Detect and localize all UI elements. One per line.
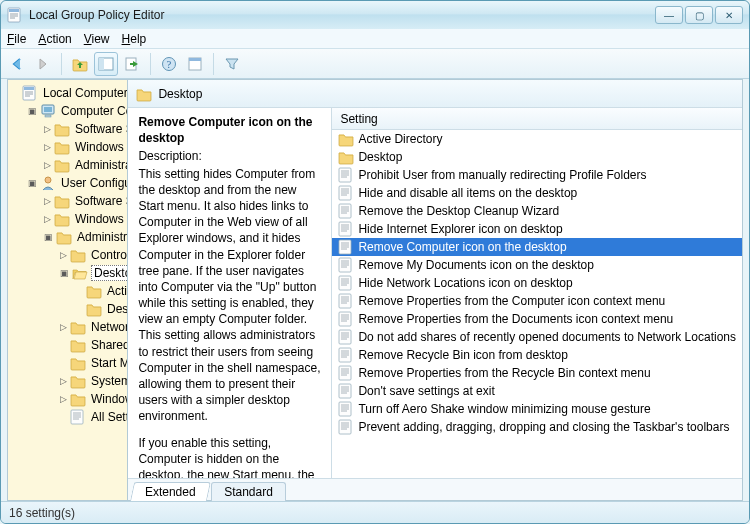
tree-uc-windows[interactable]: ▷Windows Settings xyxy=(42,210,125,228)
menu-action[interactable]: Action xyxy=(38,32,71,46)
menu-help[interactable]: Help xyxy=(122,32,147,46)
list-item-label: Remove the Desktop Cleanup Wizard xyxy=(358,204,559,218)
column-header-setting[interactable]: Setting xyxy=(332,108,742,130)
list-item-label: Hide Network Locations icon on desktop xyxy=(358,276,572,290)
twisty-icon[interactable]: ▣ xyxy=(28,178,37,188)
folder-icon xyxy=(70,355,86,371)
help-button[interactable]: ? xyxy=(157,52,181,76)
setting-icon xyxy=(338,275,354,291)
list-item-label: Remove Properties from the Documents ico… xyxy=(358,312,673,326)
tree-root[interactable]: ▶ Local Computer Policy xyxy=(10,84,125,102)
list-item[interactable]: Don't save settings at exit xyxy=(332,382,742,400)
setting-icon xyxy=(338,293,354,309)
user-icon xyxy=(40,175,56,191)
tree-desktop[interactable]: ▣Desktop xyxy=(58,264,125,282)
svg-rect-14 xyxy=(189,58,201,61)
tree-desktop-desktop[interactable]: ▷Desktop xyxy=(74,300,125,318)
tree-cc-windows[interactable]: ▷Windows Settings xyxy=(42,138,125,156)
setting-icon xyxy=(338,167,354,183)
statusbar: 16 setting(s) xyxy=(1,501,749,523)
folder-icon xyxy=(54,193,70,209)
list-item[interactable]: Active Directory xyxy=(332,130,742,148)
folder-icon xyxy=(54,157,70,173)
list-item[interactable]: Hide and disable all items on the deskto… xyxy=(332,184,742,202)
folder-open-icon xyxy=(72,265,88,281)
list-item[interactable]: Remove Properties from the Recycle Bin c… xyxy=(332,364,742,382)
tabstrip: Extended Standard xyxy=(128,478,742,500)
back-button[interactable] xyxy=(5,52,29,76)
properties-button[interactable] xyxy=(183,52,207,76)
list-item[interactable]: Hide Internet Explorer icon on desktop xyxy=(332,220,742,238)
tree-uc-admin[interactable]: ▣Administrative Templates xyxy=(42,228,125,246)
folder-icon xyxy=(54,211,70,227)
svg-text:?: ? xyxy=(167,59,172,70)
titlebar: Local Group Policy Editor — ▢ ✕ xyxy=(1,1,749,29)
folder-icon xyxy=(86,283,102,299)
list-item-label: Prevent adding, dragging, dropping and c… xyxy=(358,420,729,434)
tree-start-menu[interactable]: ▷Start Menu and Taskbar xyxy=(58,354,125,372)
list-item[interactable]: Hide Network Locations icon on desktop xyxy=(332,274,742,292)
menu-view[interactable]: View xyxy=(84,32,110,46)
folder-icon xyxy=(70,247,86,263)
list-item-label: Hide Internet Explorer icon on desktop xyxy=(358,222,562,236)
tree-network[interactable]: ▷Network xyxy=(58,318,125,336)
tab-extended[interactable]: Extended xyxy=(130,482,211,501)
folder-icon xyxy=(86,301,102,317)
policy-icon xyxy=(22,85,38,101)
list-item[interactable]: Remove Properties from the Computer icon… xyxy=(332,292,742,310)
tree-desktop-ad[interactable]: ▷Active Directory xyxy=(74,282,125,300)
tree-win-components[interactable]: ▷Windows Components xyxy=(58,390,125,408)
list-item-label: Hide and disable all items on the deskto… xyxy=(358,186,577,200)
tree-computer-config[interactable]: ▣ Computer Configuration xyxy=(26,102,125,120)
tree-all-settings[interactable]: ▷All Settings xyxy=(58,408,125,426)
list-item[interactable]: Turn off Aero Shake window minimizing mo… xyxy=(332,400,742,418)
content-title: Desktop xyxy=(158,87,202,101)
content-header: Desktop xyxy=(128,80,742,108)
settings-list-pane: Setting Active DirectoryDesktopProhibit … xyxy=(332,108,742,478)
menu-file[interactable]: File xyxy=(7,32,26,46)
tree-shared-folders[interactable]: ▷Shared Folders xyxy=(58,336,125,354)
tree-user-config[interactable]: ▣ User Configuration xyxy=(26,174,125,192)
tree-cc-software[interactable]: ▷Software Settings xyxy=(42,120,125,138)
folder-icon xyxy=(70,373,86,389)
forward-button[interactable] xyxy=(31,52,55,76)
folder-icon xyxy=(338,149,354,165)
list-item[interactable]: Remove the Desktop Cleanup Wizard xyxy=(332,202,742,220)
setting-icon xyxy=(338,239,354,255)
folder-icon xyxy=(338,131,354,147)
show-tree-button[interactable] xyxy=(94,52,118,76)
tab-standard[interactable]: Standard xyxy=(211,482,286,501)
twisty-icon[interactable]: ▣ xyxy=(28,106,37,116)
folder-icon xyxy=(70,391,86,407)
setting-icon xyxy=(338,185,354,201)
list-item[interactable]: Remove My Documents icon on the desktop xyxy=(332,256,742,274)
computer-icon xyxy=(40,103,56,119)
tree-control-panel[interactable]: ▷Control Panel xyxy=(58,246,125,264)
setting-icon xyxy=(338,221,354,237)
menubar: File Action View Help xyxy=(1,29,749,49)
maximize-button[interactable]: ▢ xyxy=(685,6,713,24)
setting-icon xyxy=(338,329,354,345)
selected-setting-title: Remove Computer icon on the desktop xyxy=(138,114,321,146)
list-item[interactable]: Prevent adding, dragging, dropping and c… xyxy=(332,418,742,436)
tree-uc-software[interactable]: ▷Software Settings xyxy=(42,192,125,210)
list-item-label: Prohibit User from manually redirecting … xyxy=(358,168,646,182)
list-item[interactable]: Remove Properties from the Documents ico… xyxy=(332,310,742,328)
list-item[interactable]: Remove Computer icon on the desktop xyxy=(332,238,742,256)
tree-cc-admin[interactable]: ▷Administrative Templates xyxy=(42,156,125,174)
up-button[interactable] xyxy=(68,52,92,76)
separator xyxy=(61,53,62,75)
list-item[interactable]: Desktop xyxy=(332,148,742,166)
separator xyxy=(150,53,151,75)
list-item-label: Remove Recycle Bin icon from desktop xyxy=(358,348,567,362)
list-item[interactable]: Remove Recycle Bin icon from desktop xyxy=(332,346,742,364)
minimize-button[interactable]: — xyxy=(655,6,683,24)
settings-list[interactable]: Active DirectoryDesktopProhibit User fro… xyxy=(332,130,742,478)
list-item[interactable]: Prohibit User from manually redirecting … xyxy=(332,166,742,184)
export-button[interactable] xyxy=(120,52,144,76)
list-item[interactable]: Do not add shares of recently opened doc… xyxy=(332,328,742,346)
tree-system[interactable]: ▷System xyxy=(58,372,125,390)
close-button[interactable]: ✕ xyxy=(715,6,743,24)
tree-pane[interactable]: ▶ Local Computer Policy ▣ Computer Confi… xyxy=(8,80,128,500)
filter-button[interactable] xyxy=(220,52,244,76)
